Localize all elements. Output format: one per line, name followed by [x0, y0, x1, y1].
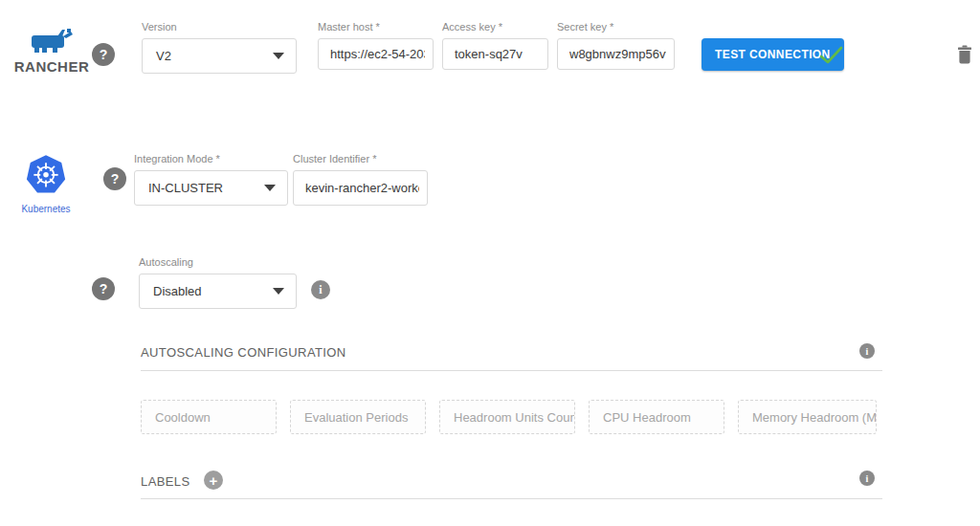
autoscaling-info-icon[interactable]: i	[311, 280, 330, 299]
labels-section-title: LABELS	[141, 474, 190, 489]
autoscaling-select-value: Disabled	[153, 284, 202, 298]
rancher-logo-text: RANCHER	[11, 58, 92, 75]
headroom-units-count-input-disabled: Headroom Units Count	[439, 400, 575, 434]
secret-key-field-group: Secret key *	[557, 21, 675, 70]
access-key-field-group: Access key *	[442, 21, 548, 70]
autoscaling-select[interactable]: Disabled	[139, 274, 297, 309]
add-label-button[interactable]: +	[204, 471, 223, 490]
autoscaling-field-group: Autoscaling Disabled	[139, 256, 297, 309]
secret-key-input[interactable]	[557, 38, 675, 70]
cpu-headroom-input-disabled: CPU Headroom	[589, 400, 724, 434]
cluster-identifier-label: Cluster Identifier *	[293, 153, 428, 165]
test-connection-button-label: TEST CONNECTION	[715, 48, 831, 61]
access-key-label: Access key *	[442, 21, 548, 33]
section-divider	[141, 498, 882, 499]
cluster-identifier-input[interactable]	[293, 170, 428, 206]
chevron-down-icon	[273, 53, 284, 59]
master-host-label: Master host *	[318, 21, 434, 33]
cluster-identifier-field-group: Cluster Identifier *	[293, 153, 428, 206]
integration-mode-label: Integration Mode *	[134, 153, 288, 165]
trash-icon	[956, 44, 973, 65]
integration-mode-select-value: IN-CLUSTER	[148, 181, 223, 195]
rancher-logo: RANCHER	[11, 29, 92, 75]
integration-mode-select[interactable]: IN-CLUSTER	[134, 170, 288, 206]
version-select-value: V2	[156, 49, 171, 63]
cooldown-input-disabled: Cooldown	[141, 400, 277, 434]
labels-info-icon[interactable]: i	[859, 471, 875, 486]
version-field-group: Version V2	[142, 21, 297, 74]
chevron-down-icon	[264, 185, 276, 191]
rancher-bull-icon	[31, 29, 73, 54]
secret-key-label: Secret key *	[557, 21, 675, 33]
autoscaling-configuration-info-icon[interactable]: i	[859, 343, 875, 359]
memory-headroom-input-disabled: Memory Headroom (MiB)	[738, 400, 877, 434]
version-label: Version	[142, 21, 297, 33]
autoscaling-configuration-title: AUTOSCALING CONFIGURATION	[141, 345, 346, 360]
autoscaling-help-icon[interactable]: ?	[92, 277, 115, 300]
connection-success-check-icon	[818, 45, 844, 66]
kubernetes-logo-text: Kubernetes	[15, 204, 77, 214]
chevron-down-icon	[273, 288, 284, 295]
integration-settings-page: RANCHER ? Version V2 Master host * Acces…	[0, 0, 980, 526]
section-divider	[141, 370, 882, 371]
master-host-field-group: Master host *	[318, 21, 434, 70]
kubernetes-logo: Kubernetes	[15, 154, 77, 214]
access-key-input[interactable]	[442, 38, 548, 70]
master-host-input[interactable]	[318, 38, 434, 70]
rancher-help-icon[interactable]: ?	[92, 43, 115, 66]
kubernetes-helm-icon	[23, 154, 69, 198]
version-select[interactable]: V2	[142, 38, 297, 74]
evaluation-periods-input-disabled: Evaluation Periods	[290, 400, 426, 434]
integration-mode-field-group: Integration Mode * IN-CLUSTER	[134, 153, 288, 206]
autoscaling-label: Autoscaling	[139, 256, 297, 269]
kubernetes-help-icon[interactable]: ?	[103, 167, 126, 190]
delete-integration-button[interactable]	[956, 44, 973, 68]
